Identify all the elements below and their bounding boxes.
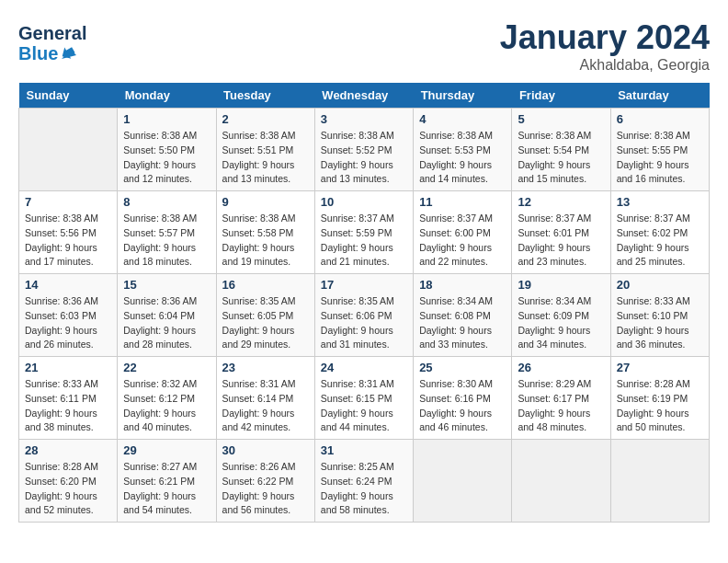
calendar-day-cell: 24Sunrise: 8:31 AMSunset: 6:15 PMDayligh…	[314, 357, 413, 440]
weekday-header-cell: Saturday	[610, 83, 709, 109]
weekday-header-row: SundayMondayTuesdayWednesdayThursdayFrid…	[19, 83, 710, 109]
day-number: 15	[123, 278, 210, 292]
day-info: Sunrise: 8:37 AMSunset: 5:59 PMDaylight:…	[321, 212, 407, 270]
day-number: 3	[321, 112, 407, 126]
day-number: 26	[518, 361, 604, 374]
calendar-day-cell: 9Sunrise: 8:38 AMSunset: 5:58 PMDaylight…	[216, 191, 314, 274]
calendar-day-cell: 15Sunrise: 8:36 AMSunset: 6:04 PMDayligh…	[118, 274, 216, 357]
day-number: 21	[25, 361, 111, 374]
calendar-day-cell: 25Sunrise: 8:30 AMSunset: 6:16 PMDayligh…	[414, 357, 512, 440]
logo: General Blue	[18, 23, 129, 63]
day-number: 25	[419, 361, 506, 374]
weekday-header-cell: Friday	[512, 83, 610, 109]
calendar-week-row: 28Sunrise: 8:28 AMSunset: 6:20 PMDayligh…	[19, 440, 710, 523]
day-number: 20	[617, 278, 703, 292]
calendar-day-cell: 20Sunrise: 8:33 AMSunset: 6:10 PMDayligh…	[610, 274, 709, 357]
day-info: Sunrise: 8:38 AMSunset: 5:55 PMDaylight:…	[617, 129, 703, 187]
title-section: January 2024 Akhaldaba, Georgia	[500, 18, 710, 74]
day-number: 14	[25, 278, 111, 292]
day-info: Sunrise: 8:38 AMSunset: 5:51 PMDaylight:…	[222, 129, 309, 187]
calendar-day-cell: 31Sunrise: 8:25 AMSunset: 6:24 PMDayligh…	[314, 440, 413, 523]
day-info: Sunrise: 8:38 AMSunset: 5:50 PMDaylight:…	[123, 129, 210, 187]
weekday-header-cell: Wednesday	[314, 83, 413, 109]
calendar-day-cell: 5Sunrise: 8:38 AMSunset: 5:54 PMDaylight…	[512, 109, 610, 191]
day-info: Sunrise: 8:34 AMSunset: 6:08 PMDaylight:…	[419, 294, 506, 352]
day-number: 23	[222, 361, 309, 374]
day-info: Sunrise: 8:38 AMSunset: 5:52 PMDaylight:…	[321, 129, 407, 187]
day-number: 19	[518, 278, 604, 292]
day-info: Sunrise: 8:37 AMSunset: 6:02 PMDaylight:…	[617, 212, 703, 270]
calendar-day-cell: 13Sunrise: 8:37 AMSunset: 6:02 PMDayligh…	[610, 191, 709, 274]
logo-container: General Blue	[18, 23, 86, 63]
day-number: 8	[123, 195, 210, 209]
calendar-day-cell	[512, 440, 610, 523]
weekday-header-cell: Thursday	[414, 83, 512, 109]
day-number: 1	[123, 112, 210, 126]
subtitle: Akhaldaba, Georgia	[500, 57, 710, 74]
day-number: 7	[25, 195, 111, 209]
day-number: 13	[617, 195, 703, 209]
calendar-week-row: 21Sunrise: 8:33 AMSunset: 6:11 PMDayligh…	[19, 357, 710, 440]
calendar-day-cell: 29Sunrise: 8:27 AMSunset: 6:21 PMDayligh…	[118, 440, 216, 523]
day-info: Sunrise: 8:35 AMSunset: 6:06 PMDaylight:…	[321, 294, 407, 352]
calendar-day-cell: 28Sunrise: 8:28 AMSunset: 6:20 PMDayligh…	[19, 440, 118, 523]
calendar-day-cell: 27Sunrise: 8:28 AMSunset: 6:19 PMDayligh…	[610, 357, 709, 440]
day-info: Sunrise: 8:25 AMSunset: 6:24 PMDaylight:…	[321, 460, 407, 518]
day-number: 27	[617, 361, 703, 374]
day-number: 31	[321, 443, 407, 457]
calendar-day-cell: 26Sunrise: 8:29 AMSunset: 6:17 PMDayligh…	[512, 357, 610, 440]
calendar-day-cell: 18Sunrise: 8:34 AMSunset: 6:08 PMDayligh…	[414, 274, 512, 357]
calendar-week-row: 14Sunrise: 8:36 AMSunset: 6:03 PMDayligh…	[19, 274, 710, 357]
day-info: Sunrise: 8:35 AMSunset: 6:05 PMDaylight:…	[222, 294, 309, 352]
day-number: 28	[25, 443, 111, 457]
day-info: Sunrise: 8:28 AMSunset: 6:20 PMDaylight:…	[25, 460, 111, 518]
header: General Blue January 2024 Akhaldaba, Geo…	[18, 18, 710, 74]
logo-arrow-icon	[60, 44, 78, 63]
calendar-day-cell: 16Sunrise: 8:35 AMSunset: 6:05 PMDayligh…	[216, 274, 314, 357]
calendar-day-cell: 19Sunrise: 8:34 AMSunset: 6:09 PMDayligh…	[512, 274, 610, 357]
day-info: Sunrise: 8:29 AMSunset: 6:17 PMDaylight:…	[518, 377, 604, 435]
day-info: Sunrise: 8:30 AMSunset: 6:16 PMDaylight:…	[419, 377, 506, 435]
day-info: Sunrise: 8:38 AMSunset: 5:58 PMDaylight:…	[222, 212, 309, 270]
day-number: 17	[321, 278, 407, 292]
logo-general-text: General	[18, 23, 86, 43]
day-info: Sunrise: 8:27 AMSunset: 6:21 PMDaylight:…	[123, 460, 210, 518]
calendar-day-cell: 11Sunrise: 8:37 AMSunset: 6:00 PMDayligh…	[414, 191, 512, 274]
day-number: 18	[419, 278, 506, 292]
calendar-week-row: 7Sunrise: 8:38 AMSunset: 5:56 PMDaylight…	[19, 191, 710, 274]
day-info: Sunrise: 8:37 AMSunset: 6:01 PMDaylight:…	[518, 212, 604, 270]
day-info: Sunrise: 8:38 AMSunset: 5:53 PMDaylight:…	[419, 129, 506, 187]
day-info: Sunrise: 8:31 AMSunset: 6:14 PMDaylight:…	[222, 377, 309, 435]
day-info: Sunrise: 8:32 AMSunset: 6:12 PMDaylight:…	[123, 377, 210, 435]
calendar-day-cell: 21Sunrise: 8:33 AMSunset: 6:11 PMDayligh…	[19, 357, 118, 440]
day-info: Sunrise: 8:33 AMSunset: 6:11 PMDaylight:…	[25, 377, 111, 435]
weekday-header-cell: Monday	[118, 83, 216, 109]
calendar-day-cell: 8Sunrise: 8:38 AMSunset: 5:57 PMDaylight…	[118, 191, 216, 274]
calendar-day-cell	[19, 109, 118, 191]
day-info: Sunrise: 8:38 AMSunset: 5:54 PMDaylight:…	[518, 129, 604, 187]
day-info: Sunrise: 8:34 AMSunset: 6:09 PMDaylight:…	[518, 294, 604, 352]
day-number: 24	[321, 361, 407, 374]
day-info: Sunrise: 8:26 AMSunset: 6:22 PMDaylight:…	[222, 460, 309, 518]
weekday-header-cell: Tuesday	[216, 83, 314, 109]
day-info: Sunrise: 8:38 AMSunset: 5:56 PMDaylight:…	[25, 212, 111, 270]
day-number: 11	[419, 195, 506, 209]
calendar-week-row: 1Sunrise: 8:38 AMSunset: 5:50 PMDaylight…	[19, 109, 710, 191]
calendar-day-cell: 12Sunrise: 8:37 AMSunset: 6:01 PMDayligh…	[512, 191, 610, 274]
calendar-day-cell: 6Sunrise: 8:38 AMSunset: 5:55 PMDaylight…	[610, 109, 709, 191]
calendar-day-cell: 4Sunrise: 8:38 AMSunset: 5:53 PMDaylight…	[414, 109, 512, 191]
day-number: 5	[518, 112, 604, 126]
calendar-day-cell	[610, 440, 709, 523]
day-number: 9	[222, 195, 309, 209]
day-info: Sunrise: 8:36 AMSunset: 6:03 PMDaylight:…	[25, 294, 111, 352]
calendar-day-cell: 22Sunrise: 8:32 AMSunset: 6:12 PMDayligh…	[118, 357, 216, 440]
day-info: Sunrise: 8:38 AMSunset: 5:57 PMDaylight:…	[123, 212, 210, 270]
day-number: 10	[321, 195, 407, 209]
day-info: Sunrise: 8:28 AMSunset: 6:19 PMDaylight:…	[617, 377, 703, 435]
day-info: Sunrise: 8:37 AMSunset: 6:00 PMDaylight:…	[419, 212, 506, 270]
day-number: 2	[222, 112, 309, 126]
calendar-day-cell: 30Sunrise: 8:26 AMSunset: 6:22 PMDayligh…	[216, 440, 314, 523]
calendar-day-cell: 10Sunrise: 8:37 AMSunset: 5:59 PMDayligh…	[314, 191, 413, 274]
day-number: 16	[222, 278, 309, 292]
day-info: Sunrise: 8:36 AMSunset: 6:04 PMDaylight:…	[123, 294, 210, 352]
